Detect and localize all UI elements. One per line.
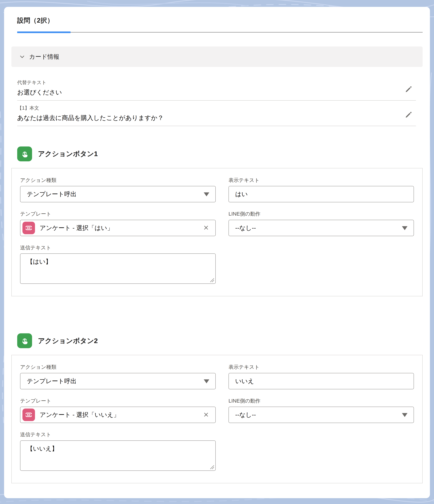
action-button-1-form: アクション種類 テンプレート呼出 表示テキスト テンプレート [11, 168, 423, 297]
action-type-value: テンプレート呼出 [27, 190, 77, 198]
line-action-group: LINE側の動作 --なし-- [228, 397, 414, 423]
display-text-input[interactable] [228, 373, 414, 389]
display-text-group: 表示テキスト [228, 364, 414, 389]
template-label: テンプレート [20, 210, 216, 217]
pencil-icon [405, 85, 412, 93]
action-type-group: アクション種類 テンプレート呼出 [20, 177, 216, 202]
action-type-select[interactable]: テンプレート呼出 [20, 373, 216, 389]
chevron-down-icon [19, 54, 25, 60]
template-lookup-pill[interactable]: アンケート - 選択「はい」 [20, 220, 216, 236]
page: { "tab": { "title": "設問（2択）" }, "card_in… [0, 0, 434, 504]
body-text-label: 【1】本文 [17, 105, 416, 111]
field-row-alt-text: 代替テキスト お選びください [17, 75, 416, 100]
coupon-icon [22, 222, 35, 234]
line-action-value: --なし-- [235, 411, 256, 419]
resize-grip-icon[interactable] [209, 464, 214, 469]
empty-cell [228, 431, 414, 479]
action-button-2-header: アクションボタン2 [17, 333, 423, 348]
line-action-group: LINE側の動作 --なし-- [228, 210, 414, 236]
template-value: アンケート - 選択「いいえ」 [40, 411, 119, 419]
action-type-value: テンプレート呼出 [27, 377, 77, 385]
template-group: テンプレート アンケート - 選択「はい」 [20, 210, 216, 236]
tap-hand-icon [17, 146, 32, 161]
display-text-label: 表示テキスト [228, 364, 414, 370]
action-button-1-header: アクションボタン1 [17, 146, 423, 161]
action-type-label: アクション種類 [20, 177, 216, 183]
send-text-label: 送信テキスト [20, 244, 216, 251]
clear-template-button[interactable] [203, 225, 209, 232]
triangle-down-icon [204, 379, 209, 383]
send-text-field: 【はい】 [20, 253, 216, 284]
card-info-fields: 代替テキスト お選びください 【1】本文 あなたは過去に商品を購入したことがあり… [17, 75, 416, 126]
action-type-select[interactable]: テンプレート呼出 [20, 186, 216, 202]
triangle-down-icon [402, 413, 407, 417]
x-icon [203, 412, 209, 418]
line-action-label: LINE側の動作 [228, 397, 414, 404]
action-button-2-title: アクションボタン2 [38, 336, 98, 345]
template-value: アンケート - 選択「はい」 [40, 224, 113, 232]
send-text-group: 送信テキスト 【はい】 [20, 244, 216, 284]
edit-body-text-button[interactable] [405, 111, 413, 119]
coupon-icon [22, 409, 35, 421]
tab-question-2-choice[interactable]: 設問（2択） [17, 17, 54, 24]
line-action-label: LINE側の動作 [228, 210, 414, 217]
template-group: テンプレート アンケート - 選択「いいえ」 [20, 397, 216, 423]
action-button-2-form: アクション種類 テンプレート呼出 表示テキスト テンプレート [11, 355, 423, 483]
template-lookup-pill[interactable]: アンケート - 選択「いいえ」 [20, 407, 216, 423]
send-text-field: 【いいえ】 [20, 441, 216, 471]
send-text-textarea[interactable]: 【はい】 [20, 254, 215, 283]
tap-hand-icon [17, 333, 32, 348]
triangle-down-icon [402, 226, 407, 230]
alt-text-value: お選びください [17, 88, 416, 97]
send-text-textarea[interactable]: 【いいえ】 [20, 441, 215, 470]
main-card: 設問（2択） カード情報 代替テキスト お選びください 【1】本文 あなたは過去… [4, 7, 430, 498]
line-action-select[interactable]: --なし-- [228, 220, 414, 236]
display-text-label: 表示テキスト [228, 177, 414, 183]
action-button-1-title: アクションボタン1 [38, 149, 98, 158]
send-text-group: 送信テキスト 【いいえ】 [20, 431, 216, 471]
edit-alt-text-button[interactable] [405, 85, 413, 94]
clear-template-button[interactable] [203, 411, 209, 418]
send-text-label: 送信テキスト [20, 431, 216, 438]
x-icon [203, 225, 209, 231]
body-text-value: あなたは過去に商品を購入したことがありますか？ [17, 114, 416, 122]
resize-grip-icon[interactable] [209, 277, 214, 282]
template-label: テンプレート [20, 397, 216, 404]
line-action-value: --なし-- [235, 224, 256, 232]
active-tab-indicator [17, 31, 71, 33]
action-type-label: アクション種類 [20, 364, 216, 370]
field-row-body-text: 【1】本文 あなたは過去に商品を購入したことがありますか？ [17, 100, 416, 126]
action-type-group: アクション種類 テンプレート呼出 [20, 364, 216, 389]
card-info-section-toggle[interactable]: カード情報 [11, 46, 423, 67]
line-action-select[interactable]: --なし-- [228, 407, 414, 423]
empty-cell [228, 244, 414, 292]
triangle-down-icon [204, 192, 209, 196]
tab-bar: 設問（2択） [17, 16, 423, 33]
display-text-group: 表示テキスト [228, 177, 414, 202]
display-text-input[interactable] [228, 186, 414, 202]
alt-text-label: 代替テキスト [17, 80, 416, 86]
pencil-icon [405, 111, 412, 118]
card-info-section-title: カード情報 [29, 53, 59, 61]
